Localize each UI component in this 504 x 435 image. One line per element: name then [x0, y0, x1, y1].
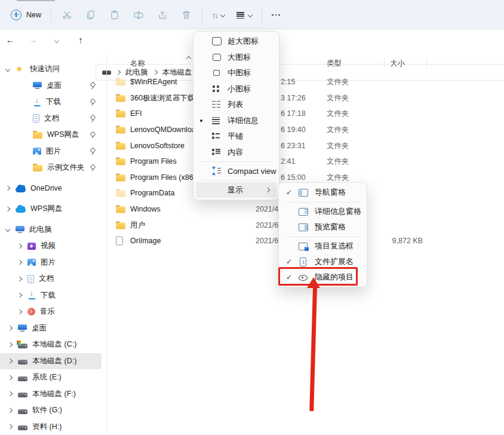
tree-chevron-icon[interactable] [4, 68, 12, 71]
sidebar-item[interactable]: WPS网盘 [0, 127, 102, 143]
sidebar-item[interactable]: 文档 [0, 271, 102, 287]
sidebar-item[interactable]: 快速访问 [0, 61, 102, 78]
tree-chevron-icon[interactable] [16, 310, 24, 314]
sidebar-item[interactable]: 桌面 [0, 320, 102, 337]
view-menu-item[interactable]: Compact view [193, 163, 279, 179]
sidebar-item[interactable]: 本地磁盘 (D:) [0, 353, 102, 370]
sidebar-item[interactable]: 下载 [0, 287, 102, 304]
tree-chevron-icon[interactable] [16, 244, 24, 248]
back-button[interactable]: ← [2, 35, 18, 45]
copy-button[interactable] [79, 5, 103, 25]
rename-button[interactable] [127, 5, 150, 25]
recent-locations-chevron-icon[interactable] [54, 38, 59, 43]
file-name: LenovoSoftstore [130, 142, 185, 150]
sidebar-item[interactable]: 图片 [0, 143, 102, 160]
sidebar-item[interactable]: 系统 (E:) [0, 369, 102, 386]
sidebar-item[interactable]: 视频 [0, 238, 102, 255]
tree-chevron-icon[interactable] [6, 359, 14, 363]
view-menu-item[interactable]: 显示 [196, 182, 276, 198]
sort-button[interactable]: ↑↓ [206, 7, 231, 23]
sidebar-item[interactable]: OneDrive [0, 180, 102, 197]
tree-chevron-icon[interactable] [6, 343, 14, 347]
column-header-size[interactable]: 大小 [390, 59, 405, 69]
tree-chevron-icon[interactable] [16, 277, 24, 281]
file-name: Windows [130, 205, 161, 213]
show-submenu-item[interactable]: ✓ 预览窗格 [279, 219, 367, 235]
file-type-icon [116, 206, 125, 213]
new-plus-icon [11, 10, 21, 20]
pin-icon [90, 131, 96, 139]
show-submenu-item[interactable]: ✓ 导航窗格 [279, 185, 367, 200]
sidebar-item[interactable]: 此电脑 [0, 222, 102, 238]
sidebar-item-icon [18, 409, 27, 414]
sidebar-item[interactable]: 文档 [0, 111, 102, 127]
paste-button[interactable] [103, 5, 127, 25]
column-divider[interactable] [384, 58, 385, 68]
column-divider[interactable] [426, 58, 427, 68]
file-row[interactable]: LenovoQMDownload 6 19:40 文件夹 [107, 122, 504, 138]
show-submenu-item-label: 文件扩展名 [315, 256, 354, 267]
sidebar-item[interactable]: 示例文件夹 [0, 160, 102, 176]
sidebar-item-label: 示例文件夹 [47, 163, 85, 173]
column-header-name[interactable]: 名称 [130, 59, 145, 69]
tree-chevron-icon[interactable] [6, 392, 14, 396]
tree-chevron-icon[interactable] [6, 409, 14, 412]
pin-icon [90, 148, 96, 155]
sidebar-item-label: 此电脑 [29, 225, 52, 235]
share-button[interactable] [150, 5, 174, 25]
checkmark-icon: ✓ [286, 258, 294, 266]
new-button[interactable]: New [5, 6, 47, 24]
sidebar-item[interactable]: 音乐 [0, 304, 102, 320]
sidebar-item[interactable]: 下载 [0, 94, 102, 111]
tree-chevron-icon[interactable] [4, 228, 12, 231]
up-button[interactable]: ↑ [73, 35, 88, 45]
sidebar-item[interactable]: 本地磁盘 (F:) [0, 386, 102, 403]
sidebar-item-label: 文档 [39, 274, 54, 284]
cut-button[interactable] [55, 5, 79, 25]
sidebar-item[interactable]: 图片 [0, 255, 102, 271]
tree-chevron-icon[interactable] [16, 261, 24, 264]
view-menu-item[interactable]: 中图标 [193, 65, 279, 81]
file-date-modified: 2:41 [281, 157, 295, 166]
new-button-label: New [26, 11, 41, 19]
show-submenu-item[interactable]: ✓ 项目复选框 [279, 238, 367, 254]
view-menu-item[interactable]: 小图标 [193, 81, 279, 97]
view-menu-item-label: 超大图标 [228, 36, 259, 47]
sort-ascending-icon [186, 56, 191, 61]
more-options-button[interactable] [266, 11, 286, 20]
file-row[interactable]: $WinREAgent 2:15 文件夹 [107, 74, 504, 90]
paste-icon [109, 10, 120, 20]
file-row[interactable]: LenovoSoftstore 6 23:31 文件夹 [107, 137, 504, 154]
sidebar-item[interactable]: 资料 (H:) [0, 419, 102, 435]
file-type-icon [116, 189, 125, 197]
view-button[interactable] [231, 8, 258, 22]
sidebar-item-icon [18, 376, 27, 381]
tree-chevron-icon[interactable] [16, 293, 24, 297]
delete-button[interactable] [174, 5, 198, 25]
tree-chevron-icon[interactable] [4, 207, 12, 211]
view-menu-item[interactable]: 超大图标 [193, 33, 279, 50]
sidebar-item-icon [33, 148, 41, 155]
sidebar-item[interactable]: WPS网盘 [0, 201, 102, 218]
sidebar-item[interactable]: 桌面 [0, 78, 102, 94]
forward-button[interactable]: → [25, 35, 41, 45]
file-row[interactable]: Program Files 2:41 文件夹 [107, 154, 504, 170]
tree-chevron-icon[interactable] [6, 425, 14, 428]
view-menu-item[interactable]: 平铺 [193, 128, 279, 145]
file-type-label: 文件夹 [327, 157, 349, 167]
column-header-type[interactable]: 类型 [327, 59, 342, 69]
file-name: Program Files [130, 157, 177, 166]
tree-chevron-icon[interactable] [6, 376, 14, 379]
file-row[interactable]: EFI 6 17:18 文件夹 [107, 106, 504, 122]
view-menu-item[interactable]: 详细信息 [193, 113, 279, 129]
tree-chevron-icon[interactable] [6, 326, 14, 330]
tree-chevron-icon[interactable] [4, 186, 12, 190]
view-option-icon [212, 53, 222, 62]
view-menu-item[interactable]: 内容 [193, 145, 279, 161]
view-menu-item[interactable]: 大图标 [193, 50, 279, 66]
view-menu-item[interactable]: 列表 [193, 97, 279, 113]
file-row[interactable]: 360极速浏览器下载 3 17:26 文件夹 [107, 90, 504, 106]
sidebar-item[interactable]: 本地磁盘 (C:) [0, 336, 102, 353]
sidebar-item[interactable]: 软件 (G:) [0, 402, 102, 419]
show-submenu-item[interactable]: ✓ 详细信息窗格 [279, 204, 367, 219]
